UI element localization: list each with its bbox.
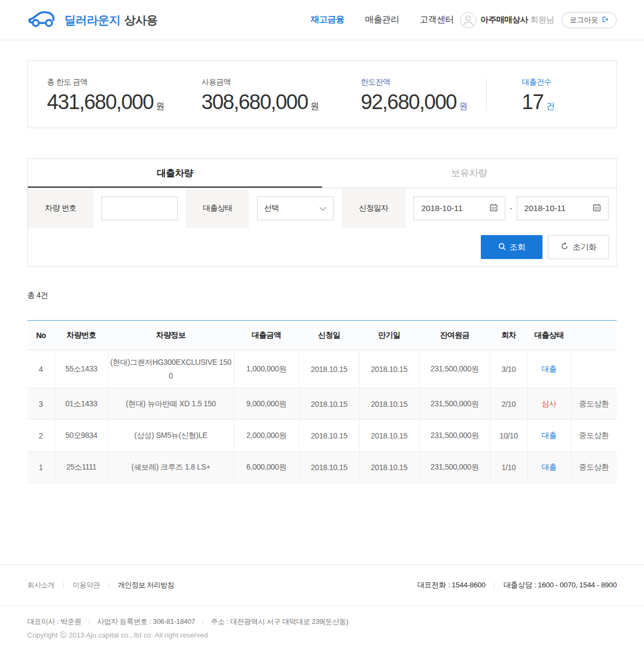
- top-bar: 딜러라운지 상사용 재고금융 매출관리 고객센터 아주매매상사 회원님 로그아웃: [0, 0, 644, 40]
- footer-copyright: Copyright ⓒ 2013 Aju capital co., ltd co…: [27, 630, 617, 640]
- footer-ceo: 대표이사 : 박준원: [27, 617, 81, 627]
- footer-link-company[interactable]: 회사소개: [27, 580, 55, 590]
- search-button-label: 조회: [510, 242, 526, 253]
- footer-biz-no: 사업자 등록번호 : 306-81-18407: [97, 617, 195, 627]
- footer-link-privacy[interactable]: 개인정보 처리방침: [118, 580, 174, 590]
- footer: 회사소개 이용약관 개인정보 처리방침 대표전화 : 1544-8600 대출상…: [0, 564, 644, 640]
- footer-link-terms[interactable]: 이용약관: [73, 580, 100, 590]
- logout-icon: [601, 16, 609, 25]
- cell-round: 2/10: [490, 388, 527, 420]
- used-amount-unit: 원: [311, 101, 319, 111]
- limit-summary-card: 총 한도 금액 431,680,000원 사용금액 308,680,000원 한…: [27, 60, 617, 128]
- footer-links-row: 회사소개 이용약관 개인정보 처리방침 대표전화 : 1544-8600 대출상…: [0, 565, 644, 606]
- col-amount: 대출금액: [234, 321, 299, 350]
- cell-balance: 231,500,000원: [419, 420, 490, 452]
- remaining-limit-item: 한도잔액 92,680,000원: [361, 77, 468, 114]
- reset-button-label: 초기화: [573, 242, 597, 253]
- used-amount-item: 사용금액 308,680,000원: [201, 77, 319, 114]
- cell-car-no: 25소1111: [55, 452, 108, 483]
- page: { "header": { "logo_title": "딜러라운지", "lo…: [0, 0, 644, 655]
- cell-due-date: 2018.10.15: [359, 452, 419, 483]
- col-round: 회차: [490, 321, 527, 350]
- cell-apply-date: 2018.10.15: [299, 420, 359, 452]
- logo-car-icon: [27, 10, 59, 31]
- total-count: 총 4건: [27, 291, 617, 301]
- logo[interactable]: 딜러라운지 상사용: [27, 10, 158, 31]
- footer-loan-consult: 대출상담 : 1600 - 0070, 1544 - 8900: [503, 580, 617, 590]
- total-limit-value: 431,680,000: [47, 91, 153, 113]
- date-from-value: 2018-10-11: [421, 203, 463, 213]
- total-limit-unit: 원: [156, 101, 165, 111]
- loan-count-value: 17: [522, 91, 543, 113]
- early-repay-link[interactable]: 중도상환: [571, 452, 617, 483]
- used-amount-value: 308,680,000: [201, 91, 308, 113]
- early-repay-link[interactable]: 중도상환: [571, 420, 617, 452]
- cell-no: 3: [27, 388, 55, 420]
- date-from-input[interactable]: 2018-10-11: [414, 196, 505, 220]
- loan-count-label: 대출건수: [522, 77, 554, 87]
- date-range-separator: -: [510, 204, 512, 213]
- used-amount-label: 사용금액: [201, 77, 319, 87]
- date-to-input[interactable]: 2018-10-11: [517, 196, 609, 220]
- table-row: 2 50오9834 (삼성) SM5뉴(신형)LE 2,000,000원 201…: [27, 420, 617, 452]
- search-button[interactable]: 조회: [481, 235, 542, 259]
- cell-amount: 1,000,000원: [234, 350, 299, 388]
- cell-amount: 2,000,000원: [234, 420, 299, 452]
- filter-row: 차량 번호 대출상태 선택 신청일자 2018-10-11: [28, 188, 616, 228]
- search-filter-panel: 대출차량 보유차량 차량 번호 대출상태 선택 신청일자 2018-10-11: [27, 158, 617, 267]
- footer-address: 주소 : 대전광역시 서구 대덕대로 239(둔산동): [211, 617, 348, 627]
- col-apply-date: 신청일: [299, 321, 359, 350]
- calendar-icon: [490, 203, 498, 213]
- chevron-down-icon: [319, 204, 326, 213]
- loan-count-unit: 건: [546, 101, 554, 111]
- col-status: 대출상태: [527, 321, 571, 350]
- tab-loan-vehicles[interactable]: 대출차량: [28, 159, 322, 188]
- tab-owned-vehicles[interactable]: 보유차량: [322, 159, 616, 188]
- logo-suffix: 상사용: [124, 13, 158, 28]
- table-row: 4 55소1433 (현대)그랜저HG300EXCLUSIVE 1500 1,0…: [27, 350, 617, 388]
- loan-table: No 차량번호 차량정보 대출금액 신청일 만기일 잔여원금 회차 대출상태 4…: [27, 320, 617, 483]
- table-header-row: No 차량번호 차량정보 대출금액 신청일 만기일 잔여원금 회차 대출상태: [27, 321, 617, 350]
- status-badge: 심사: [527, 388, 571, 420]
- cell-car-info: (현대) 뉴아반떼 XD 1.5 150: [108, 388, 234, 420]
- col-action: [571, 321, 617, 350]
- loan-status-selected-value: 선택: [264, 203, 279, 213]
- status-badge: 대출: [527, 452, 571, 483]
- cell-car-info: (쉐보레) 크루즈 1.8 LS+: [108, 452, 234, 483]
- nav-item-customer-center[interactable]: 고객센터: [420, 14, 454, 26]
- user-area: 아주매매상사 회원님 로그아웃: [460, 12, 617, 28]
- cell-car-info: (삼성) SM5뉴(신형)LE: [108, 420, 234, 452]
- cell-balance: 231,500,000원: [419, 452, 490, 483]
- vehicle-no-label: 차량 번호: [28, 188, 93, 228]
- footer-separator: [89, 619, 90, 625]
- early-repay-link[interactable]: [571, 350, 617, 388]
- total-limit-item: 총 한도 금액 431,680,000원: [47, 77, 164, 114]
- footer-separator: [494, 582, 494, 588]
- cell-apply-date: 2018.10.15: [299, 350, 359, 388]
- reset-icon: [560, 242, 569, 252]
- global-nav: 재고금융 매출관리 고객센터: [311, 14, 454, 26]
- remaining-limit-unit: 원: [459, 101, 468, 111]
- cell-balance: 231,500,000원: [419, 388, 490, 420]
- reset-button[interactable]: 초기화: [548, 235, 609, 259]
- nav-item-sales-management[interactable]: 매출관리: [365, 14, 399, 26]
- status-badge: 대출: [527, 350, 571, 388]
- early-repay-link[interactable]: 중도상환: [571, 388, 617, 420]
- cell-no: 2: [27, 420, 55, 452]
- search-icon: [498, 243, 506, 252]
- cell-round: 1/10: [490, 452, 527, 483]
- logout-button[interactable]: 로그아웃: [562, 12, 617, 28]
- vehicle-no-input[interactable]: [102, 196, 178, 220]
- remaining-limit-label: 한도잔액: [361, 77, 468, 87]
- remaining-limit-value: 92,680,000: [361, 91, 456, 113]
- cell-apply-date: 2018.10.15: [299, 388, 359, 420]
- footer-company-info: 대표이사 : 박준원 사업자 등록번호 : 306-81-18407 주소 : …: [0, 606, 644, 640]
- loan-status-select[interactable]: 선택: [257, 196, 333, 220]
- cell-no: 1: [27, 452, 55, 483]
- col-car-info: 차량정보: [108, 321, 234, 350]
- cell-due-date: 2018.10.15: [359, 350, 419, 388]
- loan-count-item: 대출건수 17건: [522, 77, 554, 114]
- user-name-suffix: 회원님: [530, 15, 554, 25]
- nav-item-inventory-finance[interactable]: 재고금융: [311, 14, 344, 26]
- footer-separator: [63, 582, 64, 588]
